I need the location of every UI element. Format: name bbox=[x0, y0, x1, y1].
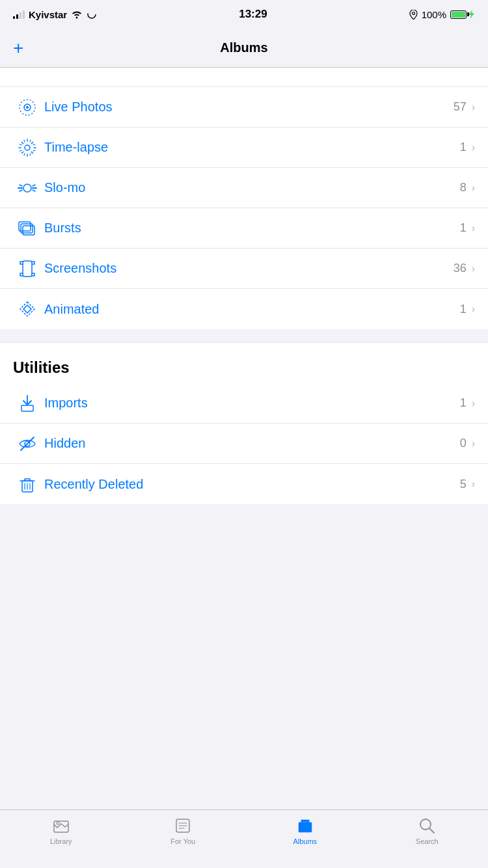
tab-library[interactable]: Library bbox=[0, 817, 122, 845]
slomo-icon bbox=[13, 177, 42, 199]
svg-line-27 bbox=[33, 185, 35, 186]
utilities-section-header: Utilities bbox=[0, 342, 488, 383]
svg-rect-48 bbox=[298, 822, 312, 832]
album-name: Bursts bbox=[44, 221, 460, 236]
album-row[interactable]: Animated 1 › bbox=[0, 289, 488, 329]
hidden-icon bbox=[13, 433, 42, 455]
svg-line-11 bbox=[31, 152, 33, 153]
chevron-icon: › bbox=[472, 142, 475, 154]
svg-line-15 bbox=[30, 153, 31, 155]
svg-line-51 bbox=[429, 828, 434, 833]
album-name: Animated bbox=[44, 302, 460, 317]
search-tab-icon bbox=[418, 817, 436, 835]
svg-point-3 bbox=[26, 106, 29, 109]
page-title: Albums bbox=[220, 40, 267, 55]
svg-point-0 bbox=[88, 10, 96, 18]
svg-line-12 bbox=[31, 142, 33, 143]
status-time: 13:29 bbox=[239, 8, 267, 21]
svg-point-43 bbox=[57, 822, 59, 824]
live-photo-icon bbox=[13, 96, 42, 118]
utilities-section: Imports 1 › Hidden 0 › bbox=[0, 383, 488, 504]
album-count: 57 bbox=[454, 100, 467, 114]
add-album-button[interactable]: + bbox=[13, 39, 23, 57]
album-row[interactable]: Recently Deleted 5 › bbox=[0, 464, 488, 504]
status-left: Kyivstar bbox=[13, 9, 97, 20]
album-name: Screenshots bbox=[44, 261, 454, 276]
tab-search-label: Search bbox=[416, 837, 439, 845]
album-count: 1 bbox=[460, 221, 467, 235]
location-icon bbox=[409, 10, 418, 20]
svg-line-36 bbox=[21, 437, 34, 450]
album-count: 1 bbox=[460, 141, 467, 154]
svg-rect-32 bbox=[23, 261, 32, 277]
album-row[interactable]: Slo-mo 8 › bbox=[0, 168, 488, 208]
album-name: Slo-mo bbox=[44, 180, 460, 195]
status-right: 100% bbox=[409, 9, 475, 20]
chevron-icon: › bbox=[472, 102, 475, 113]
svg-line-18 bbox=[20, 144, 21, 145]
svg-line-10 bbox=[22, 142, 23, 143]
svg-line-25 bbox=[20, 190, 22, 191]
trash-icon bbox=[13, 473, 42, 495]
chevron-icon: › bbox=[472, 223, 475, 234]
tab-for-you-label: For You bbox=[170, 837, 195, 845]
album-count: 0 bbox=[460, 437, 467, 450]
svg-line-16 bbox=[20, 150, 21, 151]
album-row[interactable]: Screenshots 36 › bbox=[0, 249, 488, 289]
tab-albums[interactable]: Albums bbox=[244, 817, 366, 845]
svg-rect-49 bbox=[301, 820, 309, 822]
svg-rect-33 bbox=[21, 405, 33, 411]
album-name: Recently Deleted bbox=[44, 477, 460, 492]
chevron-icon: › bbox=[472, 398, 475, 409]
album-name: Live Photos bbox=[44, 100, 454, 115]
tab-bar: Library For You Albums bbox=[0, 809, 488, 868]
svg-line-17 bbox=[33, 144, 35, 145]
chevron-icon: › bbox=[472, 182, 475, 194]
tab-albums-label: Albums bbox=[293, 837, 317, 845]
album-row[interactable]: Time-lapse 1 › bbox=[0, 128, 488, 168]
albums-tab-icon bbox=[296, 817, 314, 835]
album-count: 1 bbox=[460, 396, 467, 410]
album-row[interactable]: Imports 1 › bbox=[0, 383, 488, 424]
carrier-label: Kyivstar bbox=[29, 9, 67, 20]
for-you-tab-icon bbox=[174, 817, 192, 835]
album-count: 1 bbox=[460, 303, 467, 316]
album-row[interactable]: Live Photos 57 › bbox=[0, 87, 488, 128]
signal-icon bbox=[13, 10, 25, 19]
svg-line-21 bbox=[30, 140, 31, 142]
library-tab-icon bbox=[52, 817, 70, 835]
wifi-icon bbox=[71, 10, 83, 19]
status-bar: Kyivstar 13:29 100% bbox=[0, 0, 488, 29]
album-row[interactable]: Bursts 1 › bbox=[0, 208, 488, 249]
album-count: 36 bbox=[454, 262, 467, 275]
tab-for-you[interactable]: For You bbox=[122, 817, 245, 845]
svg-line-13 bbox=[22, 152, 23, 153]
svg-line-28 bbox=[33, 190, 35, 191]
imports-icon bbox=[13, 392, 42, 414]
album-name: Time-lapse bbox=[44, 140, 460, 155]
album-name: Imports bbox=[44, 396, 460, 411]
album-row[interactable]: Hidden 0 › bbox=[0, 424, 488, 464]
album-name: Hidden bbox=[44, 436, 460, 451]
svg-line-14 bbox=[24, 140, 25, 142]
utilities-title: Utilities bbox=[13, 359, 70, 376]
tab-search[interactable]: Search bbox=[366, 817, 489, 845]
svg-point-5 bbox=[25, 145, 30, 150]
activity-icon bbox=[87, 9, 97, 20]
navigation-bar: + Albums bbox=[0, 29, 488, 68]
media-types-section: Live Photos 57 › bbox=[0, 87, 488, 329]
svg-point-1 bbox=[412, 12, 414, 14]
chevron-icon: › bbox=[472, 478, 475, 490]
chevron-icon: › bbox=[472, 303, 475, 315]
battery-icon bbox=[450, 10, 475, 19]
album-count: 5 bbox=[460, 478, 467, 491]
screenshots-icon bbox=[13, 258, 42, 280]
partial-top-row bbox=[0, 68, 488, 87]
charging-icon bbox=[468, 10, 475, 19]
svg-line-20 bbox=[24, 153, 25, 155]
svg-point-22 bbox=[23, 184, 31, 192]
chevron-icon: › bbox=[472, 438, 475, 450]
battery-percent: 100% bbox=[422, 9, 446, 20]
animated-icon bbox=[13, 298, 42, 320]
svg-line-24 bbox=[20, 185, 22, 186]
